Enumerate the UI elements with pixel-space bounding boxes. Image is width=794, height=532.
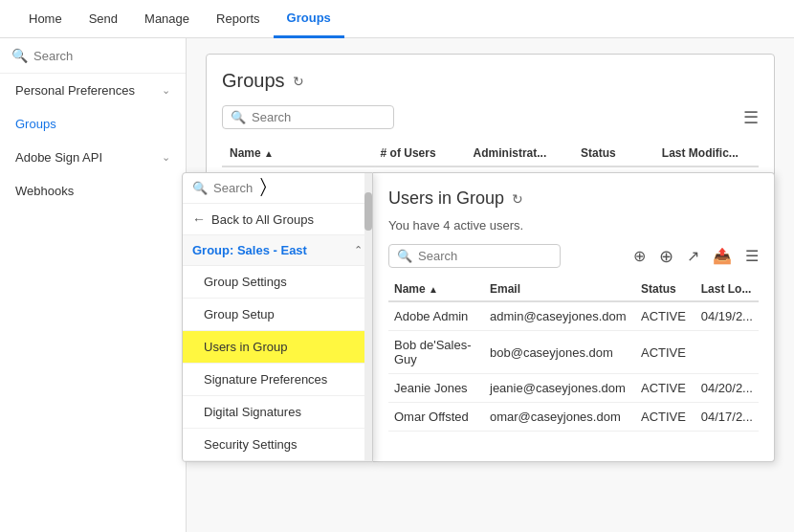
groups-search-box[interactable]: 🔍 <box>222 105 394 129</box>
sidebar-item-label: Webhooks <box>15 184 74 198</box>
users-table-header: Name ▲ Email Status Last Lo... <box>388 277 759 301</box>
nav-reports[interactable]: Reports <box>203 0 274 38</box>
groups-search-input[interactable] <box>252 110 386 124</box>
users-search-input[interactable] <box>418 249 552 263</box>
back-label: Back to All Groups <box>211 212 314 227</box>
submenu-item-signature-preferences[interactable]: Signature Preferences <box>187 364 372 396</box>
col-header-u-status[interactable]: Status <box>635 277 695 301</box>
add-user-button[interactable]: ⊕ <box>659 246 673 267</box>
groups-toolbar: 🔍 ☰ <box>222 105 759 129</box>
nav-groups[interactable]: Groups <box>274 0 344 38</box>
users-search-icon: 🔍 <box>397 249 412 263</box>
refresh-icon[interactable]: ↻ <box>293 74 304 89</box>
user-last: 04/19/2... <box>695 301 759 331</box>
sidebar-item-label: Personal Preferences <box>15 83 135 98</box>
users-table: Name ▲ Email Status Last Lo... Adobe Adm… <box>388 277 759 432</box>
users-refresh-icon[interactable]: ↻ <box>512 191 523 207</box>
chevron-down-icon: ⌄ <box>162 151 170 164</box>
users-toolbar-icons: ⊕ ⊕ ↗ 📤 ☰ <box>633 246 759 267</box>
col-header-u-email[interactable]: Email <box>484 277 635 301</box>
nav-manage[interactable]: Manage <box>131 0 203 38</box>
search-icon: 🔍 <box>231 110 246 124</box>
submenu-item-digital-signatures[interactable]: Digital Signatures <box>187 396 372 429</box>
user-status: ACTIVE <box>635 374 695 403</box>
group-header-chevron-icon: ⌃ <box>354 244 363 256</box>
user-table-row[interactable]: Omar Offsted omar@caseyjones.dom ACTIVE … <box>388 403 759 432</box>
user-table-row[interactable]: Bob de'Sales-Guy bob@caseyjones.dom ACTI… <box>388 331 759 374</box>
user-table-row[interactable]: Adobe Admin admin@caseyjones.dom ACTIVE … <box>388 301 759 331</box>
user-table-row[interactable]: Jeanie Jones jeanie@caseyjones.dom ACTIV… <box>388 374 759 403</box>
back-arrow-icon: ← <box>192 211 206 227</box>
users-panel-title: Users in Group ↻ <box>388 188 759 209</box>
sidebar-item-label: Groups <box>15 117 56 131</box>
col-header-users[interactable]: # of Users <box>373 141 466 166</box>
sidebar-search-input[interactable] <box>33 49 174 63</box>
export-icon[interactable]: ↗ <box>687 247 699 265</box>
sidebar-search-box[interactable]: 🔍 <box>0 38 186 74</box>
sidebar-item-personal-preferences[interactable]: Personal Preferences ⌄ <box>0 74 186 107</box>
menu-icon[interactable]: ☰ <box>745 247 759 265</box>
users-toolbar: 🔍 ⊕ ⊕ ↗ 📤 ☰ <box>388 244 759 268</box>
main-layout: 🔍 Personal Preferences ⌄ Groups Adobe Si… <box>0 38 794 532</box>
hamburger-menu-icon[interactable]: ☰ <box>743 107 759 128</box>
user-name: Adobe Admin <box>388 301 484 331</box>
col-header-name[interactable]: Name ▲ <box>222 141 373 166</box>
nav-home[interactable]: Home <box>15 0 76 38</box>
users-panel: Users in Group ↻ You have 4 active users… <box>373 172 775 462</box>
sub-menu: 🔍 ← Back to All Groups Group: Sales - Ea… <box>187 172 373 462</box>
col-header-modified[interactable]: Last Modific... <box>654 141 759 166</box>
user-status: ACTIVE <box>635 403 695 432</box>
sort-icon: ▲ <box>264 148 274 159</box>
content-area: Groups ↻ 🔍 ☰ Name ▲ # of Users A <box>187 38 794 532</box>
back-to-all-groups-button[interactable]: ← Back to All Groups <box>187 204 372 235</box>
submenu-item-security-settings[interactable]: Security Settings <box>187 429 372 461</box>
add-user-icon[interactable]: ⊕ <box>633 247 646 265</box>
sidebar-item-label: Adobe Sign API <box>15 150 102 165</box>
sub-menu-search-input[interactable] <box>213 181 363 195</box>
user-name: Omar Offsted <box>388 403 484 432</box>
sidebar-item-adobe-sign-api[interactable]: Adobe Sign API ⌄ <box>0 141 186 174</box>
active-users-count: You have 4 active users. <box>388 218 759 233</box>
user-email: admin@caseyjones.dom <box>484 301 635 331</box>
overlay-container: 🔍 ← Back to All Groups Group: Sales - Ea… <box>187 172 775 462</box>
sub-menu-search-box[interactable]: 🔍 <box>187 173 372 204</box>
user-name: Jeanie Jones <box>388 374 484 403</box>
user-last: 04/17/2... <box>695 403 759 432</box>
sidebar-item-groups[interactable]: Groups <box>0 107 186 141</box>
col-header-u-name[interactable]: Name ▲ <box>388 277 484 301</box>
sidebar-search-icon: 🔍 <box>11 48 28 63</box>
share-users-icon[interactable]: 📤 <box>713 247 732 265</box>
user-status: ACTIVE <box>635 301 695 331</box>
sidebar: 🔍 Personal Preferences ⌄ Groups Adobe Si… <box>0 38 187 532</box>
chevron-down-icon: ⌄ <box>162 84 170 97</box>
sub-search-icon: 🔍 <box>192 181 208 195</box>
user-email: bob@caseyjones.dom <box>484 331 635 374</box>
user-email: omar@caseyjones.dom <box>484 403 635 432</box>
submenu-item-group-setup[interactable]: Group Setup <box>187 299 372 331</box>
group-header-label: Group: Sales - East <box>192 243 307 257</box>
submenu-item-users-in-group[interactable]: Users in Group <box>187 331 372 364</box>
nav-send[interactable]: Send <box>76 0 131 38</box>
group-header[interactable]: Group: Sales - East ⌃ <box>187 235 372 266</box>
scrollbar-track[interactable] <box>364 173 372 461</box>
user-name: Bob de'Sales-Guy <box>388 331 484 374</box>
sort-icon: ▲ <box>429 284 438 295</box>
col-header-status[interactable]: Status <box>573 141 654 166</box>
submenu-item-group-settings[interactable]: Group Settings <box>187 266 372 299</box>
col-header-admin[interactable]: Administrat... <box>466 141 573 166</box>
user-last: 04/20/2... <box>695 374 759 403</box>
user-status: ACTIVE <box>635 331 695 374</box>
col-header-u-last[interactable]: Last Lo... <box>695 277 759 301</box>
user-last <box>695 331 759 374</box>
sidebar-item-webhooks[interactable]: Webhooks <box>0 174 186 208</box>
top-nav: Home Send Manage Reports Groups <box>0 0 794 38</box>
user-email: jeanie@caseyjones.dom <box>484 374 635 403</box>
users-search-box[interactable]: 🔍 <box>388 244 561 268</box>
groups-table-header: Name ▲ # of Users Administrat... Status … <box>222 141 759 166</box>
groups-panel-title: Groups ↻ <box>222 70 759 92</box>
scrollbar-thumb[interactable] <box>364 192 372 231</box>
